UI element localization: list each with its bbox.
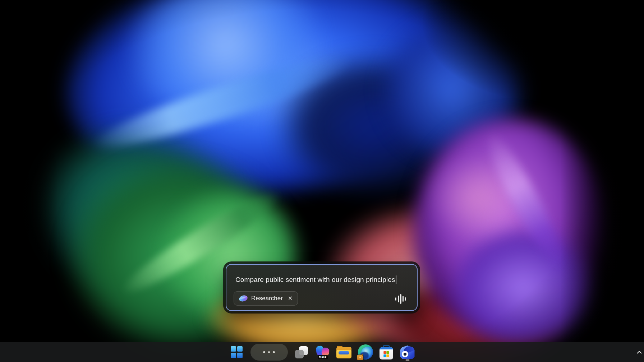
video-camera-icon [400,345,415,359]
m365-copilot-button[interactable]: M365 [315,344,330,361]
edge-button[interactable] [358,344,373,361]
voice-input-button[interactable] [395,293,407,304]
prompt-query-text: Compare public sentiment with our design… [235,276,395,284]
close-icon[interactable]: ✕ [288,296,293,301]
tray-chevron-button[interactable] [637,342,642,362]
agent-chip-label: Researcher [251,295,283,302]
briefcase-icon [357,355,363,360]
agent-chip-researcher[interactable]: Researcher ✕ [234,291,298,306]
search-pill-button[interactable] [250,344,288,361]
edge-browser-icon [358,344,373,360]
overlapping-windows-icon [295,346,308,358]
prompt-input[interactable]: Compare public sentiment with our design… [235,275,410,285]
copilot-prompt-box[interactable]: Compare public sentiment with our design… [226,264,418,311]
ellipsis-icon [263,351,265,353]
start-button[interactable] [229,344,244,361]
taskbar: M365 [0,342,644,362]
desktop: Compare public sentiment with our design… [0,0,644,362]
microsoft-store-button[interactable] [379,344,394,361]
task-view-button[interactable] [294,344,309,361]
clipchamp-button[interactable] [400,344,415,361]
running-indicator [405,359,409,361]
text-caret [396,275,396,284]
folder-icon [336,346,351,358]
m365-badge: M365 [318,355,328,359]
researcher-lens-icon [238,294,248,302]
store-bag-icon [380,345,393,359]
m365-copilot-icon: M365 [315,345,330,360]
windows-logo-icon [231,346,243,358]
chevron-up-icon [637,351,642,354]
file-explorer-button[interactable] [336,344,351,361]
voice-waveform-icon [395,297,396,301]
taskbar-items: M365 [229,344,415,361]
